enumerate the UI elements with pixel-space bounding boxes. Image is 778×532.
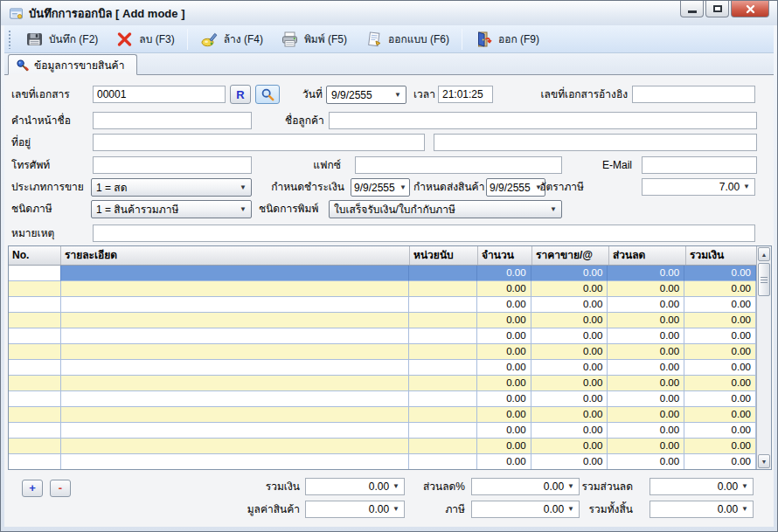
cell-description[interactable]	[61, 407, 409, 423]
table-row[interactable]: 0.000.000.000.00	[9, 376, 756, 391]
cell-total[interactable]: 0.00	[684, 344, 756, 360]
cell-total[interactable]: 0.00	[684, 328, 756, 344]
table-row[interactable]: 0.000.000.000.00	[9, 281, 756, 297]
scrollbar-thumb[interactable]	[758, 263, 770, 296]
payment-due-combo[interactable]: 9/9/2555 ▼	[351, 178, 410, 197]
cell-discount[interactable]: 0.00	[608, 423, 684, 439]
cell-no[interactable]	[9, 328, 61, 344]
cell-price[interactable]: 0.00	[531, 313, 608, 328]
cell-discount[interactable]: 0.00	[608, 391, 684, 407]
cell-description[interactable]	[61, 297, 409, 313]
exit-button[interactable]: ออก (F9)	[466, 27, 548, 52]
table-row[interactable]: 0.000.000.000.00	[9, 344, 756, 360]
cell-qty[interactable]: 0.00	[477, 454, 531, 469]
cell-price[interactable]: 0.00	[531, 281, 608, 297]
cell-discount[interactable]: 0.00	[608, 407, 684, 423]
table-row[interactable]: 0.000.000.000.00	[9, 423, 756, 439]
table-row[interactable]: 0.000.000.000.00	[9, 391, 756, 407]
customer-input[interactable]	[329, 112, 757, 129]
scroll-down-button[interactable]: ▼	[758, 454, 770, 468]
date-combo[interactable]: 9/9/2555 ▼	[326, 86, 406, 104]
cell-price[interactable]: 0.00	[531, 454, 608, 469]
cell-description[interactable]	[61, 439, 409, 454]
phone-input[interactable]	[93, 156, 252, 174]
cell-qty[interactable]: 0.00	[477, 297, 531, 313]
cell-no[interactable]	[9, 376, 61, 391]
cell-price[interactable]: 0.00	[531, 360, 608, 376]
cell-description[interactable]	[61, 328, 409, 344]
table-row[interactable]: 0.000.000.000.00	[9, 360, 756, 376]
tab-sale-data[interactable]: ข้อมูลการขายสินค้า	[8, 54, 137, 75]
cell-description[interactable]	[61, 313, 409, 328]
cell-price[interactable]: 0.00	[531, 344, 608, 360]
cell-no[interactable]	[9, 297, 61, 313]
cell-unit[interactable]	[409, 391, 477, 407]
table-row[interactable]: 0.000.000.000.00	[9, 454, 756, 469]
cell-total[interactable]: 0.00	[684, 266, 756, 281]
cell-unit[interactable]	[409, 281, 477, 297]
col-price[interactable]: ราคาขาย/@	[532, 246, 609, 265]
maximize-button[interactable]	[705, 1, 729, 17]
col-unit[interactable]: หน่วยนับ	[410, 246, 478, 265]
save-button[interactable]: บันทึก (F2)	[17, 27, 107, 52]
col-no[interactable]: No.	[9, 246, 61, 265]
cell-qty[interactable]: 0.00	[477, 266, 531, 281]
table-row[interactable]: 0.000.000.000.00	[9, 266, 756, 281]
cell-no[interactable]	[9, 360, 61, 376]
cell-unit[interactable]	[409, 344, 477, 360]
cell-total[interactable]: 0.00	[684, 391, 756, 407]
note-input[interactable]	[93, 225, 755, 242]
cell-qty[interactable]: 0.00	[477, 281, 531, 297]
search-button[interactable]	[255, 85, 280, 104]
address-input-1[interactable]	[93, 134, 425, 151]
cell-discount[interactable]: 0.00	[608, 360, 684, 376]
close-button[interactable]	[731, 1, 769, 17]
cell-total[interactable]: 0.00	[684, 360, 756, 376]
sale-type-combo[interactable]: 1 = สด ▼	[91, 178, 252, 197]
cell-qty[interactable]: 0.00	[477, 423, 531, 439]
add-row-button[interactable]: +	[22, 480, 43, 497]
prefix-input[interactable]	[93, 112, 252, 129]
cell-unit[interactable]	[409, 376, 477, 391]
r-button[interactable]: R	[230, 85, 251, 104]
vertical-scrollbar[interactable]: ▲ ▼	[756, 246, 771, 469]
cell-total[interactable]: 0.00	[684, 454, 756, 469]
table-row[interactable]: 0.000.000.000.00	[9, 313, 756, 328]
table-row[interactable]: 0.000.000.000.00	[9, 297, 756, 313]
cell-price[interactable]: 0.00	[531, 376, 608, 391]
col-total[interactable]: รวมเงิน	[686, 246, 758, 265]
cell-description[interactable]	[61, 376, 409, 391]
email-input[interactable]	[642, 156, 757, 174]
cell-unit[interactable]	[409, 266, 477, 281]
cell-total[interactable]: 0.00	[684, 297, 756, 313]
cell-unit[interactable]	[409, 407, 477, 423]
cell-total[interactable]: 0.00	[684, 439, 756, 454]
cell-no[interactable]	[9, 344, 61, 360]
scroll-up-button[interactable]: ▲	[758, 247, 770, 261]
toolbar-grip[interactable]	[8, 30, 11, 49]
cell-total[interactable]: 0.00	[684, 407, 756, 423]
fax-input[interactable]	[355, 156, 562, 174]
cell-discount[interactable]: 0.00	[608, 266, 684, 281]
cell-description[interactable]	[61, 423, 409, 439]
cell-no[interactable]	[9, 281, 61, 297]
grand-total-field[interactable]: 0.00 ▼	[649, 501, 754, 518]
cell-no[interactable]	[9, 313, 61, 328]
cell-unit[interactable]	[409, 423, 477, 439]
cell-description[interactable]	[61, 454, 409, 469]
design-button[interactable]: ออกแบบ (F6)	[356, 27, 458, 52]
cell-unit[interactable]	[409, 313, 477, 328]
cell-discount[interactable]: 0.00	[608, 281, 684, 297]
table-row[interactable]: 0.000.000.000.00	[9, 439, 756, 454]
delete-button[interactable]: ลบ (F3)	[107, 27, 183, 52]
cell-price[interactable]: 0.00	[531, 297, 608, 313]
cell-qty[interactable]: 0.00	[477, 360, 531, 376]
cell-discount[interactable]: 0.00	[608, 297, 684, 313]
cell-unit[interactable]	[409, 439, 477, 454]
col-description[interactable]: รายละเอียด	[61, 246, 410, 265]
cell-total[interactable]: 0.00	[684, 281, 756, 297]
cell-no[interactable]	[9, 407, 61, 423]
clear-button[interactable]: ล้าง (F4)	[191, 27, 272, 52]
doc-no-input[interactable]	[93, 86, 226, 103]
cell-price[interactable]: 0.00	[531, 266, 608, 281]
